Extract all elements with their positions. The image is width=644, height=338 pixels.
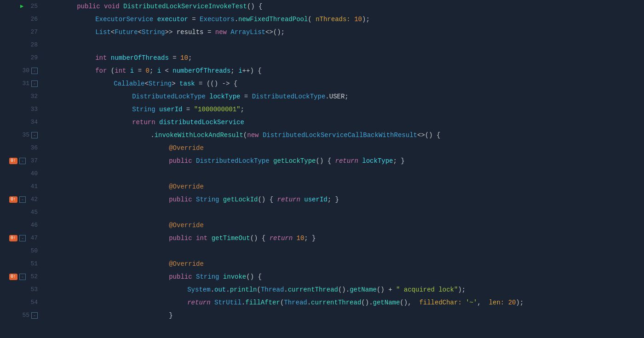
line-number: 28 (28, 39, 38, 52)
fold-icon[interactable]: - (31, 68, 38, 74)
line-number: 40 (28, 167, 38, 180)
line-number: 51 (28, 258, 38, 270)
line-number: 53 (28, 283, 38, 296)
code-line-55: 55 - } (0, 309, 644, 322)
line-number: 37 (28, 155, 38, 167)
line-number: 26 (28, 13, 38, 26)
line-number: 55 (19, 309, 29, 322)
fold-icon[interactable]: - (19, 158, 26, 164)
code-editor: ▶ 25 public void DistributedLockServiceI… (0, 0, 644, 338)
code-line-47: 0↑ - 47 public int getTimeOut() { return… (0, 232, 644, 245)
run-arrow-icon[interactable]: ▶ (20, 0, 26, 13)
line-number: 34 (28, 116, 38, 129)
line-number: 25 (28, 0, 38, 13)
fold-icon[interactable]: - (31, 312, 38, 319)
line-number: 41 (28, 180, 38, 193)
line-number: 54 (28, 296, 38, 309)
code-line-27: 27 List<Future<String>> results = new Ar… (0, 26, 644, 39)
line-number: 35 (19, 129, 29, 142)
line-number: 47 (28, 232, 38, 245)
change-badge: 0↑ (9, 196, 17, 203)
line-number: 52 (28, 270, 38, 283)
line-number: 27 (28, 26, 38, 39)
fold-icon[interactable]: - (31, 132, 38, 138)
fold-icon[interactable]: - (19, 274, 26, 280)
change-badge: 0↑ (9, 158, 17, 164)
line-number: 32 (28, 90, 38, 103)
line-number: 33 (28, 103, 38, 116)
fold-icon[interactable]: - (19, 196, 26, 203)
line-number: 50 (28, 245, 38, 258)
fold-icon[interactable]: - (19, 235, 26, 241)
line-number: 45 (28, 206, 38, 219)
code-line-42: 0↑ - 42 public String getLockId() { retu… (0, 193, 644, 206)
line-number: 42 (28, 193, 38, 206)
code-line-37: 0↑ - 37 public DistributedLockType getLo… (0, 155, 644, 167)
change-badge: 0↑ (9, 235, 17, 241)
fold-icon[interactable]: - (31, 80, 38, 87)
change-badge: 0↑ (9, 274, 17, 280)
line-number: 36 (28, 142, 38, 155)
line-number: 29 (28, 52, 38, 64)
line-number: 30 (19, 64, 29, 77)
line-number: 46 (28, 219, 38, 232)
line-number: 31 (19, 77, 29, 90)
